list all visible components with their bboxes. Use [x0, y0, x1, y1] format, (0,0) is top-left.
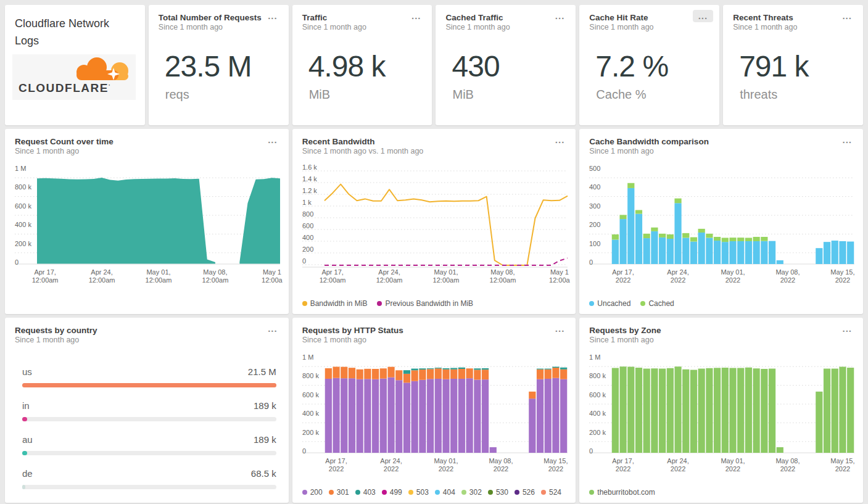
- legend-item[interactable]: 530: [488, 488, 508, 497]
- country-value: 68.5 k: [251, 468, 276, 479]
- legend-item[interactable]: 200: [302, 488, 323, 497]
- panel-menu-button[interactable]: ...: [409, 10, 424, 22]
- country-bar-track: [22, 485, 276, 489]
- country-row-de[interactable]: de68.5 k: [22, 459, 276, 493]
- svg-text:800 k: 800 k: [15, 183, 31, 191]
- svg-text:600 k: 600 k: [15, 202, 31, 210]
- panel-menu-button[interactable]: ...: [840, 323, 855, 335]
- legend-label: theburritobot.com: [597, 488, 655, 497]
- svg-text:400 k: 400 k: [589, 410, 606, 417]
- svg-text:1 M: 1 M: [589, 353, 600, 361]
- legend-item[interactable]: 301: [329, 488, 349, 497]
- svg-text:May 15,: May 15,: [544, 457, 568, 465]
- svg-text:Apr 17,: Apr 17,: [34, 268, 56, 276]
- legend-item[interactable]: Uncached: [589, 299, 630, 308]
- country-row-in[interactable]: in189 k: [22, 391, 276, 425]
- stat-unit: MiB: [309, 88, 330, 102]
- legend-item[interactable]: Cached: [640, 299, 674, 308]
- dashboard-title: Cloudflare Network Logs: [15, 15, 135, 49]
- panel-menu-button[interactable]: ...: [265, 323, 280, 335]
- panel-menu-button[interactable]: ...: [840, 10, 854, 22]
- stat-title: Cache Hit Rate: [589, 13, 695, 22]
- legend-dot-icon: [329, 490, 334, 495]
- svg-text:300: 300: [589, 202, 600, 210]
- panel-subtitle: Since 1 month ago vs. 1 month ago: [302, 147, 566, 155]
- request-count-chart[interactable]: 1 M800 k600 k400 k200 k0Apr 17,12:00amAp…: [5, 163, 289, 314]
- svg-text:2022: 2022: [383, 465, 398, 473]
- svg-text:400 k: 400 k: [15, 221, 31, 228]
- svg-text:2022: 2022: [671, 465, 685, 473]
- chart-svg: 1 M800 k600 k400 k200 k0Apr 17,12:00amAp…: [5, 163, 289, 287]
- panel-menu-button[interactable]: ...: [553, 323, 568, 335]
- requests-by-zone-chart[interactable]: 1 M800 k600 k400 k200 k0Apr 17,2022Apr 2…: [579, 352, 863, 503]
- panel-menu-button[interactable]: ...: [553, 134, 568, 146]
- legend-dot-icon: [302, 490, 307, 495]
- svg-text:2022: 2022: [835, 465, 850, 473]
- cache-bandwidth-chart[interactable]: 5004003002001000Apr 17,2022Apr 24,2022Ma…: [579, 163, 863, 314]
- legend-label: 524: [549, 488, 561, 497]
- stat-unit: threats: [740, 88, 777, 102]
- country-value: 21.5 M: [248, 366, 276, 377]
- legend-item[interactable]: 503: [408, 488, 429, 497]
- panel-subtitle: Since 1 month ago: [15, 336, 279, 344]
- svg-text:12:00am: 12:00am: [202, 276, 229, 284]
- stat-title: Traffic: [302, 13, 408, 22]
- legend-item[interactable]: Bandwidth in MiB: [302, 299, 368, 308]
- svg-text:May 08,: May 08,: [203, 268, 227, 276]
- requests-by-http-status-chart[interactable]: 1 M800 k600 k400 k200 k0Apr 17,2022Apr 2…: [292, 352, 576, 503]
- legend-item[interactable]: 302: [461, 488, 482, 497]
- svg-text:800: 800: [302, 210, 313, 218]
- legend-label: 530: [496, 488, 508, 497]
- legend-dot-icon: [435, 490, 440, 495]
- country-bar-fill: [22, 383, 276, 387]
- recent-bandwidth-chart[interactable]: 1.6 k1.4 k1.2 k1 k8006004002000Apr 17,12…: [292, 163, 576, 314]
- chart-legend: theburritobot.com: [589, 488, 858, 497]
- legend-item[interactable]: 499: [382, 488, 402, 497]
- stat-title: Total Number of Requests: [159, 13, 264, 22]
- svg-text:12:00am: 12:00am: [89, 276, 115, 284]
- country-row-us[interactable]: us21.5 M: [22, 357, 276, 391]
- legend-dot-icon: [377, 301, 382, 306]
- legend-label: 200: [310, 488, 323, 497]
- svg-text:May 1: May 1: [263, 268, 281, 276]
- svg-text:12:00am: 12:00am: [32, 276, 59, 284]
- svg-text:12:00a: 12:00a: [262, 276, 283, 284]
- svg-text:200: 200: [302, 246, 313, 253]
- legend-dot-icon: [302, 301, 307, 306]
- stat-card-total-requests: Total Number of Requests Since 1 month a…: [149, 5, 289, 125]
- requests-by-country-chart[interactable]: us21.5 Min189 kau189 kde68.5 k: [5, 352, 289, 503]
- panel-menu-button[interactable]: ...: [265, 10, 280, 22]
- country-bar-fill: [22, 417, 27, 421]
- country-bar-list: us21.5 Min189 kau189 kde68.5 k: [22, 357, 276, 493]
- legend-item[interactable]: Previous Bandwidth in MiB: [377, 299, 473, 308]
- svg-text:12:00am: 12:00am: [376, 276, 402, 284]
- legend-item[interactable]: 403: [355, 488, 376, 497]
- legend-item[interactable]: 526: [515, 488, 535, 497]
- svg-text:May 1: May 1: [550, 268, 569, 276]
- svg-text:Apr 24,: Apr 24,: [91, 268, 112, 276]
- legend-label: Previous Bandwidth in MiB: [385, 299, 473, 308]
- panel-title: Request Count over time: [15, 137, 264, 146]
- svg-text:0: 0: [302, 447, 306, 455]
- panel-menu-button[interactable]: ...: [693, 10, 714, 22]
- panel-menu-button[interactable]: ...: [840, 134, 855, 146]
- svg-text:2022: 2022: [725, 276, 740, 284]
- panel-menu-button[interactable]: ...: [553, 10, 568, 22]
- stat-title: Cached Traffic: [445, 13, 551, 22]
- top-row: Cloudflare Network Logs CLOUDFLARE’ Tota…: [5, 5, 863, 125]
- svg-text:Apr 24,: Apr 24,: [378, 268, 400, 276]
- svg-text:12:00am: 12:00am: [489, 276, 516, 284]
- legend-item[interactable]: theburritobot.com: [589, 488, 655, 497]
- country-row-au[interactable]: au189 k: [22, 425, 276, 459]
- legend-dot-icon: [408, 490, 413, 495]
- panel-menu-button[interactable]: ...: [265, 134, 280, 146]
- svg-text:12:00am: 12:00am: [432, 276, 459, 284]
- legend-item[interactable]: 524: [541, 488, 561, 497]
- svg-text:2022: 2022: [780, 465, 795, 473]
- panel-title: Requests by country: [15, 326, 264, 335]
- svg-text:Apr 17,: Apr 17,: [613, 268, 634, 276]
- cloudflare-cloud-icon: [65, 56, 134, 83]
- legend-item[interactable]: 404: [435, 488, 455, 497]
- legend-dot-icon: [515, 490, 519, 495]
- svg-text:May 08,: May 08,: [776, 268, 800, 276]
